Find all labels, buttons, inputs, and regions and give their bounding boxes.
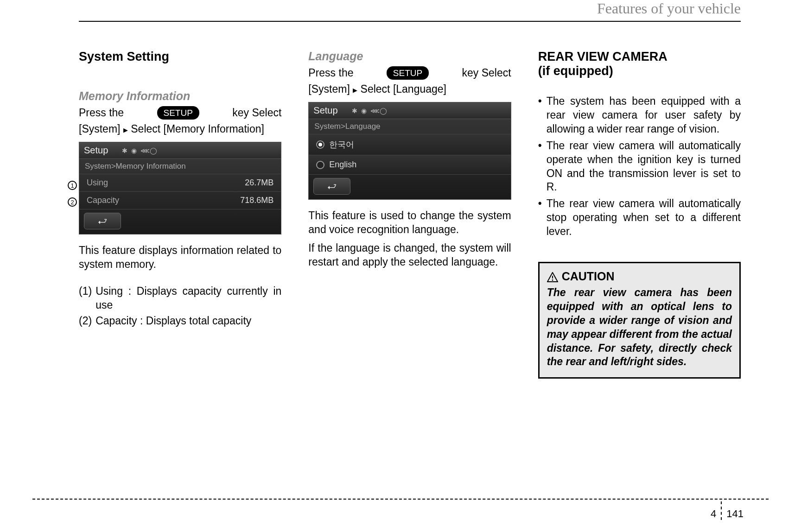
triangle-icon: ▶ — [123, 127, 128, 133]
page: Features of your vehicle System Setting … — [0, 0, 801, 532]
caution-body: The rear view camera has been equipped w… — [547, 286, 732, 369]
text-press-the: Press the — [308, 66, 353, 80]
screenshot-breadcrumb: System>Memory Information — [79, 159, 281, 174]
title-line-2: (if equipped) — [538, 64, 613, 78]
page-number: 4 141 — [711, 501, 744, 520]
language-instruction-line2: [System] ▶ Select [Language] — [308, 82, 511, 96]
bullet-item: • The rear view camera will automaticall… — [538, 139, 741, 195]
list-text: Capacity : Displays total capacity — [95, 314, 251, 328]
back-row: ⮐ — [79, 209, 281, 234]
screenshot-breadcrumb: System>Language — [309, 119, 510, 134]
language-description-1: This feature is used to change the syste… — [308, 209, 511, 237]
list-number: (1) — [79, 285, 92, 312]
option-label: English — [329, 160, 356, 170]
bullet-dot-icon: • — [538, 197, 542, 239]
mute-icon: ⋘◯ — [140, 147, 157, 154]
status-icons: ✱ ◉ ⋘◯ — [352, 107, 387, 114]
list-number: (2) — [79, 314, 92, 328]
bullet-text: The rear view camera will automatically … — [547, 139, 741, 195]
list-item: (1) Using : Displays capacity currently … — [79, 285, 281, 312]
warning-triangle-icon — [547, 272, 558, 282]
callout-1: 1 — [68, 181, 77, 190]
language-description-2: If the language is changed, the system w… — [308, 241, 511, 269]
status-icons: ✱ ◉ ⋘◯ — [122, 147, 157, 154]
memory-list: (1) Using : Displays capacity currently … — [79, 285, 281, 328]
value-using: 26.7MB — [245, 178, 273, 188]
bullet-list: • The system has been equipped with a re… — [538, 95, 741, 239]
svg-point-1 — [552, 279, 553, 281]
bluetooth-icon: ✱ — [122, 147, 127, 154]
status-icon: ◉ — [131, 147, 137, 154]
bullet-item: • The rear view camera will automaticall… — [538, 197, 741, 239]
section-title-rear-view-camera: REAR VIEW CAMERA (if equipped) — [538, 50, 741, 78]
row-capacity: Capacity 718.6MB — [79, 191, 281, 209]
bullet-item: • The system has been equipped with a re… — [538, 95, 741, 136]
text-key-select: key Select — [232, 106, 281, 120]
value-capacity: 718.6MB — [240, 196, 273, 205]
language-option-english[interactable]: English — [309, 155, 510, 174]
columns: System Setting Memory Information Press … — [79, 50, 741, 379]
language-option-korean[interactable]: 한국어 — [309, 134, 510, 155]
setup-key-badge: SETUP — [157, 106, 199, 120]
memory-screenshot-wrap: 1 2 Setup ✱ ◉ ⋘◯ System>Memory Informati… — [79, 142, 281, 234]
memory-description: This feature displays information relate… — [79, 244, 281, 272]
subheading-memory-information: Memory Information — [79, 89, 281, 103]
page-header: Features of your vehicle — [79, 0, 741, 22]
column-3: REAR VIEW CAMERA (if equipped) • The sys… — [538, 50, 741, 379]
footer-divider — [32, 499, 769, 500]
radio-unselected-icon — [316, 161, 324, 169]
list-item: (2) Capacity : Displays total capacity — [79, 314, 281, 328]
callout-2: 2 — [68, 197, 77, 207]
bluetooth-icon: ✱ — [352, 107, 357, 114]
triangle-icon: ▶ — [353, 87, 357, 94]
back-button[interactable]: ⮐ — [84, 213, 121, 229]
column-2: Language Press the SETUP key Select [Sys… — [308, 50, 511, 379]
status-icon: ◉ — [361, 107, 367, 114]
page-number-value: 141 — [726, 501, 744, 520]
bullet-text: The rear view camera will automatically … — [547, 197, 741, 239]
back-button[interactable]: ⮐ — [313, 178, 350, 195]
language-screenshot: Setup ✱ ◉ ⋘◯ System>Language 한국어 English — [308, 102, 511, 200]
list-text: Using : Displays capacity currently in u… — [95, 285, 281, 312]
radio-selected-icon — [316, 140, 324, 149]
back-icon: ⮐ — [327, 181, 337, 192]
label-capacity: Capacity — [87, 196, 119, 205]
screenshot-topbar: Setup ✱ ◉ ⋘◯ — [79, 142, 281, 159]
screenshot-topbar: Setup ✱ ◉ ⋘◯ — [309, 102, 510, 119]
screenshot-title: Setup — [313, 105, 337, 116]
back-row: ⮐ — [309, 174, 510, 199]
subheading-language: Language — [308, 50, 511, 63]
label-using: Using — [87, 178, 108, 188]
header-title: Features of your vehicle — [597, 0, 741, 17]
caution-label: CAUTION — [562, 270, 615, 283]
mute-icon: ⋘◯ — [370, 107, 387, 114]
screenshot-title: Setup — [84, 145, 108, 156]
section-title-system-setting: System Setting — [79, 50, 281, 64]
setup-key-badge: SETUP — [387, 66, 429, 80]
bullet-text: The system has been equipped with a rear… — [547, 95, 741, 136]
back-icon: ⮐ — [98, 216, 107, 227]
memory-screenshot: Setup ✱ ◉ ⋘◯ System>Memory Information U… — [79, 142, 281, 234]
memory-instruction: Press the SETUP key Select — [79, 106, 281, 120]
bullet-dot-icon: • — [538, 95, 542, 136]
memory-instruction-line2: [System] ▶ Select [Memory Information] — [79, 122, 281, 136]
title-line-1: REAR VIEW CAMERA — [538, 50, 668, 63]
text-press-the: Press the — [79, 106, 124, 120]
option-label: 한국어 — [329, 139, 354, 150]
language-instruction: Press the SETUP key Select — [308, 66, 511, 80]
caution-heading: CAUTION — [547, 270, 732, 283]
text-key-select: key Select — [462, 66, 511, 80]
bullet-dot-icon: • — [538, 139, 542, 195]
row-using: Using 26.7MB — [79, 174, 281, 191]
chapter-number: 4 — [711, 501, 722, 520]
column-1: System Setting Memory Information Press … — [79, 50, 281, 379]
caution-box: CAUTION The rear view camera has been eq… — [538, 262, 741, 379]
